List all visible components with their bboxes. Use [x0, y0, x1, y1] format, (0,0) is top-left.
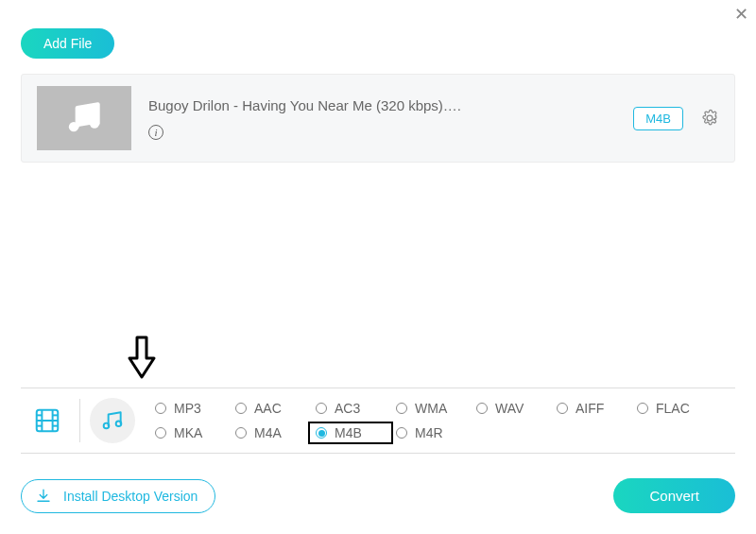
format-panel: MP3 AAC AC3 WMA WAV AIFF FLAC MKA M4A M4… [21, 388, 735, 454]
format-option-m4r[interactable]: M4R [393, 424, 473, 441]
format-label: M4A [254, 425, 282, 440]
video-category-button[interactable] [32, 405, 62, 436]
arrow-down-icon [124, 336, 160, 381]
file-card: Bugoy Drilon - Having You Near Me (320 k… [21, 74, 735, 163]
format-badge-button[interactable]: M4B [633, 107, 683, 130]
format-option-aiff[interactable]: AIFF [554, 400, 634, 417]
top-area: Add File Bugoy Drilon - Having You Near … [0, 0, 756, 172]
format-option-ac3[interactable]: AC3 [313, 400, 393, 417]
audio-category-button[interactable] [90, 398, 135, 443]
format-option-aac[interactable]: AAC [232, 400, 313, 417]
format-label: M4R [415, 425, 443, 440]
format-label: WMA [415, 401, 447, 416]
format-label: MP3 [174, 401, 201, 416]
divider [79, 399, 80, 442]
music-note-icon [100, 408, 125, 433]
format-option-flac[interactable]: FLAC [634, 400, 714, 417]
format-label: M4B [335, 425, 362, 440]
svg-point-1 [90, 118, 99, 128]
format-option-mp3[interactable]: MP3 [152, 400, 232, 417]
install-label: Install Desktop Version [63, 489, 198, 504]
svg-point-0 [69, 122, 78, 131]
format-label: AC3 [335, 401, 360, 416]
format-option-m4b[interactable]: M4B [308, 422, 393, 444]
add-file-button[interactable]: Add File [21, 28, 114, 59]
file-thumbnail [37, 86, 131, 150]
format-label: FLAC [656, 401, 690, 416]
format-option-m4a[interactable]: M4A [232, 424, 313, 441]
bottom-bar: Install Desktop Version Convert [21, 478, 735, 513]
close-icon[interactable]: ✕ [734, 4, 748, 25]
format-option-wav[interactable]: WAV [473, 400, 554, 417]
format-label: MKA [174, 425, 202, 440]
download-icon [35, 488, 52, 505]
svg-point-10 [104, 423, 110, 429]
file-meta: Bugoy Drilon - Having You Near Me (320 k… [148, 97, 633, 140]
install-desktop-button[interactable]: Install Desktop Version [21, 479, 215, 513]
svg-point-11 [116, 421, 122, 426]
film-icon [33, 406, 61, 435]
formats-grid: MP3 AAC AC3 WMA WAV AIFF FLAC MKA M4A M4… [152, 396, 714, 445]
format-option-mka[interactable]: MKA [152, 424, 232, 441]
format-option-wma[interactable]: WMA [393, 400, 473, 417]
info-icon[interactable]: i [148, 125, 163, 140]
divider [21, 453, 735, 454]
format-label: WAV [495, 401, 524, 416]
gear-icon[interactable] [700, 109, 719, 128]
file-title: Bugoy Drilon - Having You Near Me (320 k… [148, 97, 633, 113]
music-note-icon [63, 97, 105, 139]
convert-button[interactable]: Convert [613, 478, 735, 513]
format-label: AAC [254, 401, 282, 416]
format-label: AIFF [576, 401, 604, 416]
